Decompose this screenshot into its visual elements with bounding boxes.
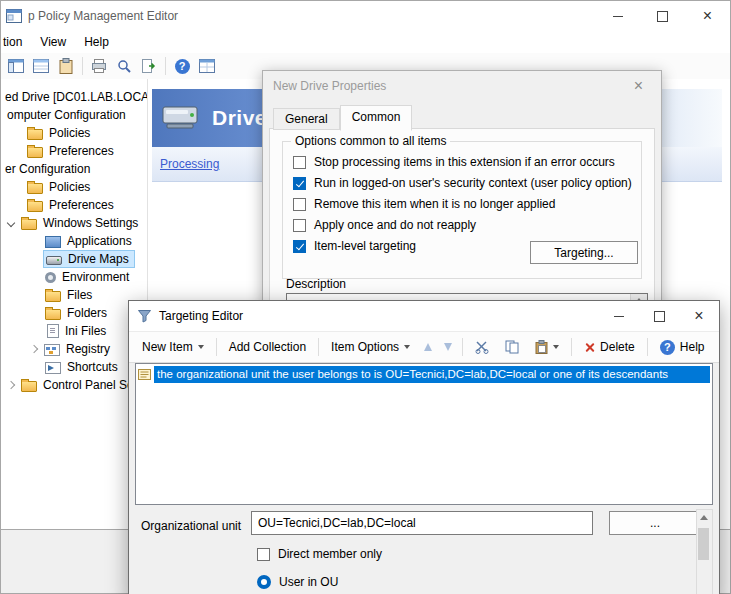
gpme-titlebar: p Policy Management Editor <box>1 1 730 31</box>
clipboard-icon[interactable] <box>54 55 78 77</box>
move-down-button[interactable] <box>439 340 457 354</box>
close-button[interactable] <box>679 301 719 331</box>
tree-item-applications[interactable]: Applications <box>1 232 147 250</box>
down-arrow-icon <box>444 343 452 351</box>
dropdown-arrow-icon <box>553 345 559 349</box>
checkbox-unchecked-icon[interactable] <box>257 548 270 561</box>
console-app-icon <box>6 9 22 23</box>
close-button[interactable] <box>685 1 730 31</box>
paste-button[interactable] <box>528 337 566 357</box>
maximize-icon <box>657 11 668 22</box>
tree-item-registry[interactable]: Registry <box>1 340 147 358</box>
toolbar-separator <box>82 57 83 75</box>
registry-icon <box>44 344 60 356</box>
applications-icon <box>45 236 61 248</box>
banner-title: Drive <box>212 106 267 130</box>
tree-item-environment[interactable]: Environment <box>1 268 147 286</box>
checkbox-unchecked-icon[interactable] <box>293 156 306 169</box>
delete-button[interactable]: Delete <box>577 337 642 357</box>
option-run-in-user-context[interactable]: Run in logged-on user's security context… <box>293 176 641 190</box>
tree-item-control-panel-settings[interactable]: Control Panel Sett <box>1 376 147 394</box>
menu-help[interactable]: Help <box>75 31 118 53</box>
options-group-label: Options common to all items <box>291 134 450 148</box>
add-collection-button[interactable]: Add Collection <box>222 337 313 357</box>
user-in-ou-radio[interactable]: User in OU <box>257 575 338 589</box>
find-icon[interactable] <box>112 55 136 77</box>
copy-button[interactable] <box>498 337 526 357</box>
chevron-collapsed-icon[interactable] <box>7 381 15 389</box>
tree-item-policies[interactable]: Policies <box>1 124 147 142</box>
tree-item-shortcuts[interactable]: Shortcuts <box>1 358 147 376</box>
tree-item-files[interactable]: Files <box>1 286 147 304</box>
folder-icon <box>21 219 37 230</box>
delete-x-icon <box>584 342 595 353</box>
menu-action[interactable]: tion <box>1 31 31 53</box>
console-window-icon[interactable] <box>195 55 219 77</box>
toolbar-separator <box>216 338 217 356</box>
targeting-button[interactable]: Targeting... <box>530 241 638 264</box>
direct-member-only-checkbox[interactable]: Direct member only <box>257 547 382 561</box>
checkbox-checked-icon[interactable] <box>293 240 306 253</box>
conditions-list[interactable]: the organizational unit the user belongs… <box>135 363 713 505</box>
export-list-icon[interactable] <box>137 55 161 77</box>
menu-view[interactable]: View <box>31 31 75 53</box>
tree-item-user-configuration[interactable]: er Configuration <box>1 160 147 178</box>
tree-item-policies[interactable]: Policies <box>1 178 147 196</box>
maximize-button[interactable] <box>639 301 679 331</box>
option-stop-processing[interactable]: Stop processing items in this extension … <box>293 155 641 169</box>
targeting-funnel-icon <box>137 309 152 323</box>
minimize-button[interactable] <box>595 1 640 31</box>
checkbox-unchecked-icon[interactable] <box>293 198 306 211</box>
browse-button[interactable]: ... <box>609 511 701 535</box>
tree-item-computer-configuration[interactable]: omputer Configuration <box>1 106 147 124</box>
close-button[interactable] <box>616 71 661 100</box>
help-button[interactable]: Help <box>653 337 712 358</box>
tab-general[interactable]: General <box>273 108 340 130</box>
radio-selected-icon[interactable] <box>257 575 271 589</box>
scissors-icon <box>475 340 489 354</box>
files-icon <box>45 291 61 302</box>
window-title: p Policy Management Editor <box>28 9 178 23</box>
minimize-icon <box>613 16 623 17</box>
toolbar-separator <box>571 338 572 356</box>
checkbox-checked-icon[interactable] <box>293 177 306 190</box>
minimize-button[interactable] <box>599 301 639 331</box>
help-icon[interactable] <box>170 55 194 77</box>
maximize-button[interactable] <box>640 1 685 31</box>
tree-item-preferences[interactable]: Preferences <box>1 142 147 160</box>
processing-link[interactable]: Processing <box>160 157 219 171</box>
chevron-collapsed-icon[interactable] <box>30 345 38 353</box>
up-arrow-icon <box>424 343 432 351</box>
checkbox-unchecked-icon[interactable] <box>293 219 306 232</box>
new-item-button[interactable]: New Item <box>135 337 211 357</box>
folder-icon <box>27 129 43 140</box>
move-up-button[interactable] <box>419 340 437 354</box>
scrollbar-thumb[interactable] <box>698 528 709 560</box>
options-scrollbar[interactable] <box>696 509 713 594</box>
show-tree-icon[interactable] <box>4 55 28 77</box>
folder-icon <box>27 147 43 158</box>
toolbar-separator <box>462 338 463 356</box>
tree-item-windows-settings[interactable]: Windows Settings <box>1 214 147 232</box>
tab-common[interactable]: Common <box>340 105 413 131</box>
cut-button[interactable] <box>468 337 496 357</box>
condition-item-selected[interactable]: the organizational unit the user belongs… <box>138 365 710 383</box>
screen: p Policy Management Editor tion View Hel… <box>0 0 731 594</box>
tree-item-folders[interactable]: Folders <box>1 304 147 322</box>
tree-item-ini-files[interactable]: Ini Files <box>1 322 147 340</box>
toolbar-separator <box>318 338 319 356</box>
option-remove-when-not-applied[interactable]: Remove this item when it is no longer ap… <box>293 197 641 211</box>
tree-item-mapped-drive-gpo[interactable]: ed Drive [DC01.LAB.LOCA <box>1 88 147 106</box>
scroll-up-icon <box>700 515 708 520</box>
tree-item-preferences[interactable]: Preferences <box>1 196 147 214</box>
organizational-unit-input[interactable] <box>251 511 593 535</box>
item-options-button[interactable]: Item Options <box>324 337 417 357</box>
chevron-expanded-icon[interactable] <box>7 219 15 227</box>
tree-item-drive-maps[interactable]: Drive Maps <box>1 250 147 268</box>
printer-icon[interactable] <box>87 55 111 77</box>
folder-icon <box>27 183 43 194</box>
list-view-icon[interactable] <box>29 55 53 77</box>
tree-selection-highlight: Drive Maps <box>43 250 135 268</box>
option-apply-once[interactable]: Apply once and do not reapply <box>293 218 641 232</box>
toolbar-separator <box>165 57 166 75</box>
